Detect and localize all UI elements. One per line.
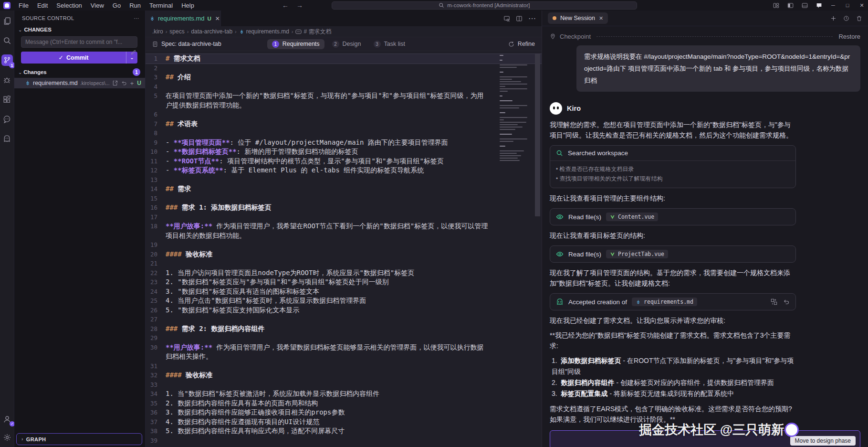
- open-preview-icon[interactable]: [503, 15, 510, 22]
- md-heading-text: 需求 1: 添加数据归档标签页: [182, 203, 272, 211]
- line-number: 20: [146, 250, 166, 259]
- breadcrumb-item[interactable]: # 需求文档: [295, 28, 331, 36]
- minimap-line: [500, 76, 527, 77]
- toggle-sidebar-icon[interactable]: [784, 0, 796, 11]
- line-number: 29: [146, 333, 166, 343]
- breadcrumb-item[interactable]: requirements.md: [239, 28, 289, 35]
- breadcrumb: .kiro›specs›data-archive-tab›requirement…: [146, 26, 542, 37]
- breadcrumb-item[interactable]: specs: [169, 28, 184, 35]
- code-area[interactable]: 1# 需求文档23## 介绍45在项目管理页面中添加一个新的"数据归档"标签页，…: [146, 51, 542, 447]
- maximize-button[interactable]: □: [841, 0, 854, 11]
- minimap-line: [500, 117, 527, 118]
- sidebar-more-icon[interactable]: ⋯: [134, 15, 139, 21]
- close-button[interactable]: ✕: [856, 0, 868, 11]
- tool-card-header[interactable]: Searched workspace: [550, 146, 795, 160]
- undo-icon[interactable]: [783, 298, 790, 305]
- activity-extensions-icon[interactable]: [1, 94, 13, 105]
- activity-explorer-icon[interactable]: [1, 15, 13, 27]
- spec-tab-design[interactable]: 2Design: [327, 39, 366, 49]
- line-number: 10: [146, 147, 166, 157]
- list-item-number: 3.: [552, 390, 559, 397]
- activity-kiro-agent-icon[interactable]: [1, 133, 13, 144]
- close-tab-icon[interactable]: ✕: [215, 15, 220, 22]
- graph-section-header[interactable]: › GRAPH: [16, 433, 142, 445]
- split-editor-icon[interactable]: [516, 15, 523, 22]
- file-chip[interactable]: requirements.md: [632, 298, 697, 306]
- menu-item-help[interactable]: Help: [177, 0, 199, 11]
- line-content: 5. 数据归档内容组件应具有响应式布局，适配不同屏幕尺寸: [166, 426, 542, 436]
- tool-card-header[interactable]: Accepted creation ofrequirements.md: [550, 294, 795, 310]
- activity-source-control-icon[interactable]: 1: [1, 54, 13, 66]
- history-forward-icon[interactable]: →: [296, 1, 303, 9]
- assistant-numbered-list: 1. 添加数据归档标签页 - 在ROOT节点下添加新的标签页，与"参与项目"和"…: [552, 355, 796, 399]
- vue-file-icon: [610, 214, 615, 220]
- spec-tab-number: 2: [332, 41, 339, 48]
- line-content: 5. "数据归档"标签页应支持国际化文本显示: [166, 306, 542, 315]
- line-content: - **标签页系统**: 基于 Element Plus 的 el-tabs 组…: [166, 166, 542, 175]
- spec-tab-requirements[interactable]: 1Requirements: [267, 39, 324, 49]
- spec-tab-number: 1: [272, 41, 279, 48]
- close-session-icon[interactable]: ✕: [599, 15, 603, 21]
- tab-requirements-md[interactable]: requirements.md U ✕: [146, 11, 221, 26]
- account-icon[interactable]: ✓: [1, 414, 13, 425]
- editor-line: 18**用户故事:** 作为项目管理用户，我希望在ROOT节点下看到一个新的"数…: [146, 222, 542, 240]
- assistant-name: Kiro: [567, 105, 581, 112]
- menu-item-file[interactable]: File: [14, 0, 33, 11]
- vue-file-icon: [610, 252, 615, 257]
- diff-icon[interactable]: [771, 298, 777, 305]
- minimap[interactable]: [500, 55, 529, 165]
- customize-layout-icon[interactable]: [770, 0, 782, 11]
- md-heading-text: 介绍: [178, 73, 191, 81]
- changes-tree-header[interactable]: ⌄ Changes 1: [14, 67, 145, 77]
- menu-item-selection[interactable]: Selection: [52, 0, 86, 11]
- stage-changes-icon[interactable]: +: [130, 80, 134, 87]
- command-center-search[interactable]: m-cowork-frontend [Administrator]: [332, 1, 637, 10]
- editor-line: 28### 需求 2: 数据归档内容组件: [146, 324, 542, 334]
- tool-card-header[interactable]: Read file(s)Content.vue: [550, 209, 795, 225]
- editor-line: 30**用户故事:** 作为项目管理用户，我希望数据归档标签页能够显示相关的管理…: [146, 343, 542, 362]
- activity-comments-icon[interactable]: [1, 113, 13, 125]
- changed-file-row[interactable]: requirements.md .kiro\specs\... + U: [14, 78, 145, 88]
- session-tab[interactable]: New Session ✕: [548, 12, 608, 24]
- restore-button[interactable]: Restore: [838, 33, 860, 40]
- activity-debug-icon[interactable]: [1, 74, 13, 85]
- line-content: ## 需求: [166, 184, 542, 194]
- file-chip[interactable]: Content.vue: [606, 213, 658, 221]
- menu-item-view[interactable]: View: [86, 0, 108, 11]
- editor-scrollbar[interactable]: [535, 54, 540, 216]
- breadcrumb-item[interactable]: .kiro: [152, 28, 163, 35]
- line-content: - **数据归档标签页**: 新增的用于管理数据归档功能的标签页: [166, 147, 542, 157]
- menu-item-run[interactable]: Run: [125, 0, 145, 11]
- menu-item-go[interactable]: Go: [108, 0, 125, 11]
- watermark-dot: [786, 424, 797, 436]
- refine-button[interactable]: Refine: [508, 41, 535, 47]
- tool-card-header[interactable]: Read file(s)ProjectTab.vue: [550, 246, 795, 262]
- spec-tab-task-list[interactable]: 3Task list: [369, 39, 410, 49]
- history-back-icon[interactable]: ←: [282, 1, 289, 9]
- settings-gear-icon[interactable]: [1, 432, 13, 443]
- file-chip[interactable]: ProjectTab.vue: [606, 250, 668, 258]
- commit-button[interactable]: ✓ Commit ⌄: [21, 52, 137, 64]
- minimize-button[interactable]: ─: [827, 0, 839, 11]
- history-icon[interactable]: [843, 15, 849, 21]
- generate-message-icon[interactable]: [130, 49, 136, 55]
- commit-message-input[interactable]: [21, 36, 137, 48]
- discard-changes-icon[interactable]: [121, 80, 127, 86]
- changes-section-header[interactable]: ⌄ CHANGES: [14, 26, 145, 33]
- move-to-design-phase-button[interactable]: Move to design phase: [790, 436, 856, 446]
- toggle-panel-icon[interactable]: [798, 0, 811, 11]
- more-actions-icon[interactable]: ⋯: [528, 14, 536, 23]
- delete-session-icon[interactable]: [856, 15, 862, 21]
- tool-card-title: Read file(s): [568, 213, 601, 221]
- new-session-icon[interactable]: [830, 15, 837, 21]
- open-file-icon[interactable]: [112, 80, 118, 86]
- menu-item-terminal[interactable]: Terminal: [145, 0, 177, 11]
- line-number: 9: [146, 138, 166, 148]
- editor-line: 232. "数据归档"标签页应与"参与项目"和"参与项目组"标签页处于同一级别: [146, 277, 542, 287]
- chat-tab-bar: New Session ✕: [542, 11, 868, 26]
- breadcrumb-item[interactable]: data-archive-tab: [191, 28, 232, 35]
- editor-tab-bar: requirements.md U ✕ ⋯: [146, 11, 542, 26]
- menu-item-edit[interactable]: Edit: [33, 0, 52, 11]
- toggle-chat-icon[interactable]: [813, 0, 825, 11]
- activity-search-icon[interactable]: [1, 35, 13, 46]
